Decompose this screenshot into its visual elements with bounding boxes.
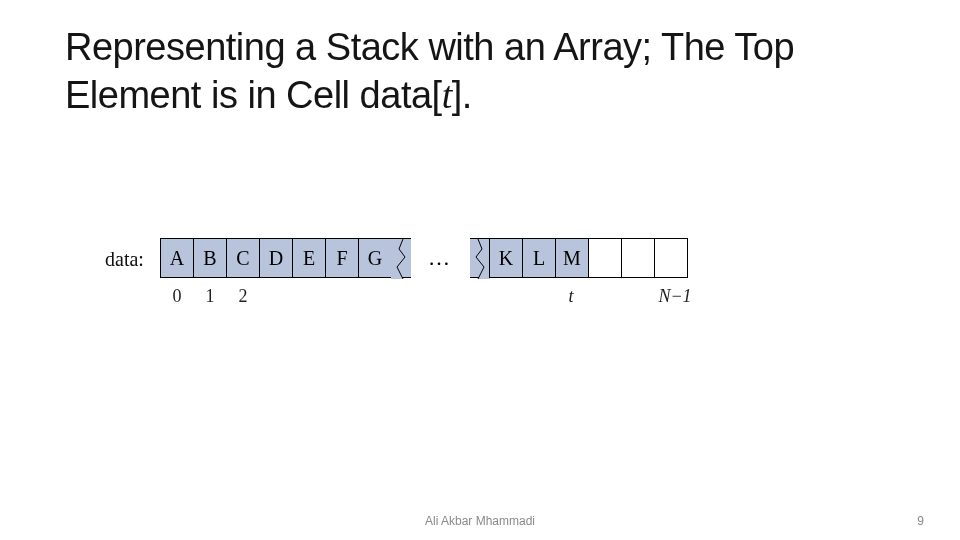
ellipsis-icon: … (411, 238, 471, 278)
array-cell: C (226, 238, 260, 278)
array-cell: M (555, 238, 589, 278)
index-spacer (469, 286, 489, 310)
array-row: A B C D E F G … K L M (160, 238, 688, 278)
array-cell-empty (588, 238, 622, 278)
index-spacer (521, 286, 555, 310)
array-diagram: data: A B C D E F G … K L M 0 1 2 (105, 238, 865, 338)
array-cell: D (259, 238, 293, 278)
array-cell: F (325, 238, 359, 278)
title-variable: t (442, 74, 452, 116)
index-label-last: N−1 (653, 286, 697, 310)
index-spacer (325, 286, 359, 310)
title-prefix: Representing a Stack with an Array; The … (65, 26, 794, 116)
array-label: data: (105, 248, 144, 271)
torn-edge-icon (470, 238, 490, 278)
index-spacer (292, 286, 326, 310)
array-indices: 0 1 2 t N−1 (160, 286, 697, 310)
array-cell: K (489, 238, 523, 278)
index-spacer (488, 286, 522, 310)
array-cell: G (358, 238, 392, 278)
index-label: 1 (193, 286, 227, 310)
index-spacer (620, 286, 654, 310)
array-cell: E (292, 238, 326, 278)
array-cell: B (193, 238, 227, 278)
torn-edge-icon (391, 238, 411, 278)
index-spacer (410, 286, 470, 310)
array-cell-empty (621, 238, 655, 278)
index-spacer (391, 286, 411, 310)
index-spacer (358, 286, 392, 310)
slide-title: Representing a Stack with an Array; The … (65, 24, 895, 119)
index-spacer (587, 286, 621, 310)
array-cell-empty (654, 238, 688, 278)
index-spacer (259, 286, 293, 310)
index-label: 2 (226, 286, 260, 310)
footer-author: Ali Akbar Mhammadi (0, 514, 960, 528)
title-suffix: ]. (452, 74, 472, 116)
index-label: 0 (160, 286, 194, 310)
array-cell: A (160, 238, 194, 278)
footer-page-number: 9 (917, 514, 924, 528)
index-label-t: t (554, 286, 588, 310)
array-cell: L (522, 238, 556, 278)
